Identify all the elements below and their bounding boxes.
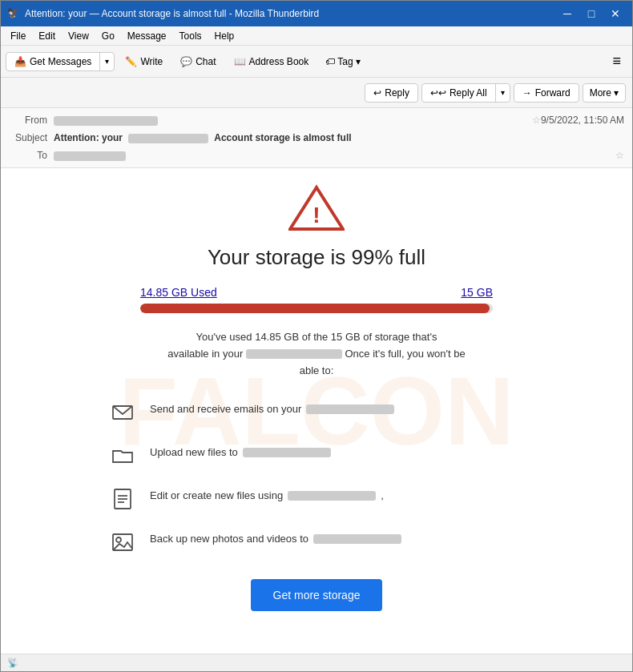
subject-suffix: Account storage is almost full — [214, 132, 351, 143]
email-header: From ☆ 9/5/2022, 11:50 AM Subject Attent… — [1, 108, 632, 168]
feature-text-3: Back up new photos and videos to — [150, 528, 401, 545]
write-icon: ✏️ — [125, 56, 137, 67]
cta-wrap: Get more storage — [60, 579, 573, 611]
menu-file[interactable]: File — [4, 29, 32, 43]
get-messages-label: Get Messages — [30, 56, 91, 67]
subject-prefix: Attention: your — [54, 132, 123, 143]
subject-blurred — [128, 134, 208, 143]
app-icon: 🦅 — [7, 7, 20, 20]
body-line4: able to: — [300, 364, 334, 376]
body-line2: available in your — [167, 348, 243, 360]
list-item: Upload new files to — [108, 441, 573, 470]
address-book-icon: 📖 — [234, 56, 246, 67]
total-label[interactable]: 15 GB — [461, 286, 493, 299]
subject-row: Subject Attention: your Account storage … — [9, 129, 624, 147]
envelope-icon — [108, 398, 137, 427]
menu-edit[interactable]: Edit — [32, 29, 62, 43]
list-item: Send and receive emails on your — [108, 398, 573, 427]
get-messages-dropdown[interactable]: ▾ — [99, 53, 114, 70]
to-row: To ☆ — [9, 147, 624, 164]
forward-button[interactable]: → Forward — [514, 83, 579, 103]
tag-label: Tag — [337, 56, 353, 67]
from-row: From ☆ 9/5/2022, 11:50 AM — [9, 111, 624, 129]
body-line3: Once it's full, you won't be — [345, 348, 465, 360]
menu-message[interactable]: Message — [121, 29, 173, 43]
body-blurred — [246, 349, 342, 359]
to-blurred — [54, 151, 126, 161]
write-label: Write — [140, 56, 163, 67]
get-messages-icon: 📥 — [14, 56, 26, 67]
window-title: Attention: your — Account storage is alm… — [25, 8, 557, 19]
forward-label: Forward — [535, 87, 571, 99]
menu-go[interactable]: Go — [95, 29, 121, 43]
from-blurred — [54, 116, 158, 126]
to-star[interactable]: ☆ — [615, 150, 624, 161]
reply-all-icon: ↩↩ — [430, 87, 446, 99]
chat-label: Chat — [196, 56, 216, 67]
title-bar: 🦅 Attention: your — Account storage is a… — [1, 1, 632, 26]
get-messages-split: 📥 Get Messages ▾ — [6, 52, 115, 71]
storage-title: Your storage is 99% full — [60, 245, 573, 270]
menu-hamburger[interactable]: ≡ — [606, 50, 627, 73]
more-dropdown-icon: ▾ — [614, 87, 619, 99]
reply-label: Reply — [385, 87, 409, 99]
get-more-storage-button[interactable]: Get more storage — [251, 579, 383, 611]
from-value — [54, 115, 527, 126]
maximize-button[interactable]: □ — [581, 6, 602, 22]
reply-all-button[interactable]: ↩↩ Reply All — [422, 84, 495, 102]
menu-view[interactable]: View — [62, 29, 95, 43]
body-text: You've used 14.85 GB of the 15 GB of sto… — [60, 329, 573, 379]
reply-all-split: ↩↩ Reply All ▾ — [421, 83, 510, 103]
feature-text-1: Upload new files to — [150, 441, 331, 458]
feature-text-2: Edit or create new files using , — [150, 485, 384, 501]
chat-icon: 💬 — [180, 56, 192, 67]
progress-bar-background — [140, 304, 493, 313]
body-line1: You've used 14.85 GB of the 15 GB of sto… — [196, 331, 437, 343]
email-date: 9/5/2022, 11:50 AM — [541, 115, 624, 126]
chat-button[interactable]: 💬 Chat — [173, 53, 223, 70]
window-controls: ─ □ ✕ — [557, 6, 626, 22]
close-button[interactable]: ✕ — [605, 6, 626, 22]
toolbar: 📥 Get Messages ▾ ✏️ Write 💬 Chat 📖 Addre… — [1, 46, 632, 78]
minimize-button[interactable]: ─ — [557, 6, 578, 22]
image-icon — [108, 528, 137, 557]
main-window: 🦅 Attention: your — Account storage is a… — [0, 0, 633, 672]
address-book-button[interactable]: 📖 Address Book — [227, 53, 316, 70]
progress-labels: 14.85 GB Used 15 GB — [140, 286, 493, 299]
to-label: To — [9, 150, 47, 161]
progress-bar-fill — [140, 304, 490, 313]
tag-icon: 🏷 — [325, 56, 335, 67]
warning-icon-wrap: ! — [60, 184, 573, 232]
from-label: From — [9, 115, 47, 126]
from-star[interactable]: ☆ — [532, 115, 541, 126]
list-item: Back up new photos and videos to — [108, 528, 573, 557]
document-icon — [108, 485, 137, 513]
tag-button[interactable]: 🏷 Tag ▾ — [319, 54, 366, 70]
folder-icon — [108, 441, 137, 470]
reply-all-label: Reply All — [450, 87, 487, 99]
subject-label: Subject — [9, 132, 47, 143]
feature-list: Send and receive emails on your Upload n… — [108, 398, 573, 557]
reply-icon: ↩ — [373, 87, 381, 99]
write-button[interactable]: ✏️ Write — [118, 53, 170, 70]
menu-bar: File Edit View Go Message Tools Help — [1, 26, 632, 46]
menu-help[interactable]: Help — [208, 29, 241, 43]
reply-button[interactable]: ↩ Reply — [365, 83, 418, 103]
feature-text-0: Send and receive emails on your — [150, 398, 394, 415]
more-button[interactable]: More ▾ — [583, 83, 626, 103]
menu-tools[interactable]: Tools — [173, 29, 208, 43]
list-item: Edit or create new files using , — [108, 485, 573, 513]
to-value — [54, 150, 611, 161]
warning-triangle-icon: ! — [288, 184, 345, 232]
address-book-label: Address Book — [249, 56, 309, 67]
status-bar: 📡 — [1, 654, 632, 671]
reply-all-dropdown[interactable]: ▾ — [495, 84, 510, 102]
used-label[interactable]: 14.85 GB Used — [140, 286, 217, 299]
more-label: More — [590, 87, 611, 99]
get-messages-button[interactable]: 📥 Get Messages — [6, 53, 99, 70]
email-body-wrapper[interactable]: FALCON ! Your storage is 99% full 14.85 … — [1, 168, 632, 654]
email-body: ! Your storage is 99% full 14.85 GB Used… — [36, 168, 597, 635]
svg-text:!: ! — [312, 203, 320, 227]
status-icon: 📡 — [7, 658, 18, 668]
tag-dropdown-icon: ▾ — [356, 56, 361, 67]
